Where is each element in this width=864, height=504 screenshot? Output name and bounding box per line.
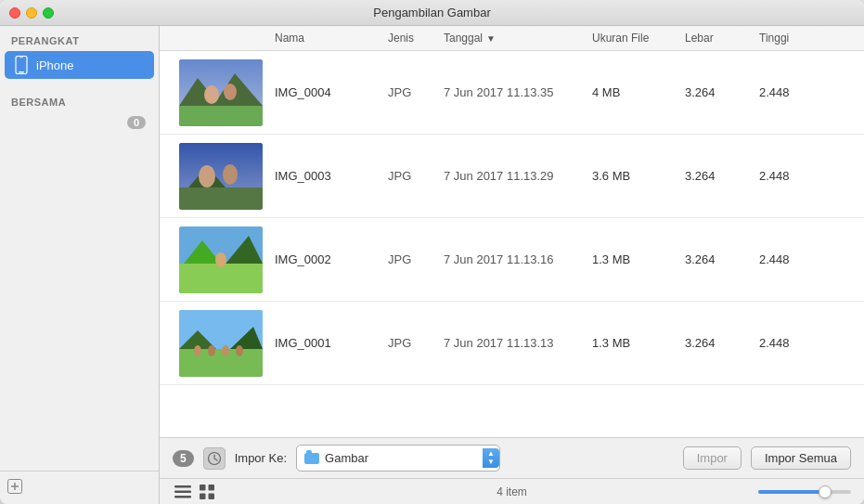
file-width-3: 3.264	[685, 252, 759, 266]
col-header-type: Jenis	[388, 32, 444, 45]
bersama-section: BERSAMA 0	[0, 87, 159, 134]
thumbnail-cell	[174, 143, 267, 210]
svg-point-9	[204, 85, 219, 104]
folder-dropdown-button[interactable]: ▲ ▼	[483, 448, 499, 468]
svg-rect-2	[19, 58, 23, 58]
content-area: Nama Jenis Tanggal ▼ Ukuran File Lebar T…	[160, 26, 864, 504]
sidebar-section-shared: BERSAMA	[0, 87, 159, 111]
svg-rect-8	[179, 106, 263, 126]
file-date-2: 7 Jun 2017 11.13.29	[444, 169, 592, 183]
svg-rect-34	[209, 485, 215, 491]
file-width-2: 3.264	[685, 169, 759, 183]
item-count: 4 item	[496, 485, 527, 498]
table-row[interactable]: IMG_0003 JPG 7 Jun 2017 11.13.29 3.6 MB …	[160, 135, 864, 218]
file-size-4: 1.3 MB	[592, 336, 685, 350]
add-device-icon[interactable]	[7, 479, 22, 494]
svg-rect-32	[174, 496, 191, 498]
file-name-3: IMG_0002	[267, 252, 388, 266]
folder-name: Gambar	[325, 451, 477, 465]
file-date-1: 7 Jun 2017 11.13.35	[444, 85, 592, 99]
file-height-1: 2.448	[759, 85, 833, 99]
svg-point-27	[222, 345, 229, 356]
file-date-3: 7 Jun 2017 11.13.16	[444, 252, 592, 266]
sidebar-item-iphone[interactable]: iPhone	[5, 51, 154, 79]
svg-point-15	[223, 164, 238, 185]
file-name-1: IMG_0004	[267, 85, 388, 99]
sidebar-section-devices: PERANGKAT	[0, 26, 159, 50]
app-window: Pengambilan Gambar PERANGKAT iPhone BERS…	[0, 0, 864, 504]
thumbnail-img-3	[179, 226, 263, 293]
file-type-1: JPG	[388, 85, 444, 99]
shared-row: 0	[0, 111, 159, 134]
sidebar-bottom	[0, 134, 159, 471]
import-folder-selector[interactable]: Gambar ▲ ▼	[296, 445, 500, 472]
grid-view-button[interactable]	[197, 484, 217, 500]
file-name-4: IMG_0001	[267, 336, 388, 350]
view-controls	[173, 484, 217, 500]
svg-point-10	[224, 84, 237, 100]
arrow-down-icon: ▼	[487, 459, 495, 466]
iphone-label: iPhone	[36, 58, 73, 72]
import-label: Impor Ke:	[235, 451, 287, 465]
file-width-1: 3.264	[685, 85, 759, 99]
arrow-up-icon: ▲	[487, 450, 495, 458]
col-header-size: Ukuran File	[592, 32, 685, 45]
main-content: PERANGKAT iPhone BERSAMA 0	[0, 26, 864, 504]
history-button[interactable]	[203, 447, 226, 470]
svg-rect-12	[179, 187, 263, 210]
col-header-name: Nama	[267, 32, 388, 45]
sort-arrow-icon[interactable]: ▼	[486, 33, 496, 44]
thumbnail-cell	[174, 310, 267, 377]
status-bar: 4 item	[160, 478, 864, 504]
import-button[interactable]: Impor	[683, 446, 741, 470]
file-size-3: 1.3 MB	[592, 252, 685, 266]
folder-icon	[304, 453, 319, 464]
file-width-4: 3.264	[685, 336, 759, 350]
minimize-button[interactable]	[26, 7, 37, 19]
svg-rect-22	[179, 349, 263, 377]
svg-point-14	[199, 165, 215, 187]
traffic-lights	[9, 7, 54, 19]
iphone-icon	[14, 56, 29, 74]
file-date-4: 7 Jun 2017 11.13.13	[444, 336, 592, 350]
svg-rect-1	[19, 71, 24, 73]
file-size-2: 3.6 MB	[592, 169, 685, 183]
svg-rect-31	[174, 490, 191, 493]
svg-rect-36	[209, 493, 215, 499]
table-row[interactable]: IMG_0002 JPG 7 Jun 2017 11.13.16 1.3 MB …	[160, 218, 864, 302]
file-type-2: JPG	[388, 169, 444, 183]
thumbnail-cell	[174, 226, 267, 293]
table-row[interactable]: IMG_0001 JPG 7 Jun 2017 11.13.13 1.3 MB …	[160, 302, 864, 385]
svg-rect-30	[174, 485, 191, 488]
thumbnail-img-4	[179, 310, 263, 377]
file-height-2: 2.448	[759, 169, 833, 183]
file-type-4: JPG	[388, 336, 444, 350]
svg-point-26	[208, 345, 215, 356]
table-row[interactable]: IMG_0004 JPG 7 Jun 2017 11.13.35 4 MB 3.…	[160, 51, 864, 135]
sidebar: PERANGKAT iPhone BERSAMA 0	[0, 26, 160, 504]
svg-rect-33	[200, 485, 206, 491]
svg-rect-17	[179, 264, 263, 293]
zoom-thumb[interactable]	[819, 485, 832, 498]
thumbnail-cell	[174, 59, 267, 126]
file-height-4: 2.448	[759, 336, 833, 350]
svg-rect-0	[16, 57, 27, 74]
table-body: IMG_0004 JPG 7 Jun 2017 11.13.35 4 MB 3.…	[160, 51, 864, 437]
import-all-button[interactable]: Impor Semua	[751, 446, 851, 470]
status-bar-inner: 4 item	[173, 484, 851, 500]
col-header-date: Tanggal ▼	[444, 32, 592, 45]
svg-point-20	[215, 252, 226, 267]
table-header: Nama Jenis Tanggal ▼ Ukuran File Lebar T…	[160, 26, 864, 51]
thumbnail-img-2	[179, 143, 263, 210]
shared-badge: 0	[127, 116, 146, 129]
maximize-button[interactable]	[43, 7, 54, 19]
thumbnail-img-1	[179, 59, 263, 126]
file-height-3: 2.448	[759, 252, 833, 266]
col-header-height: Tinggi	[759, 32, 833, 45]
close-button[interactable]	[9, 7, 20, 19]
file-name-2: IMG_0003	[267, 169, 388, 183]
svg-point-28	[236, 345, 243, 356]
list-view-button[interactable]	[173, 484, 193, 500]
selection-count-badge: 5	[173, 450, 194, 467]
zoom-slider[interactable]	[758, 490, 851, 494]
